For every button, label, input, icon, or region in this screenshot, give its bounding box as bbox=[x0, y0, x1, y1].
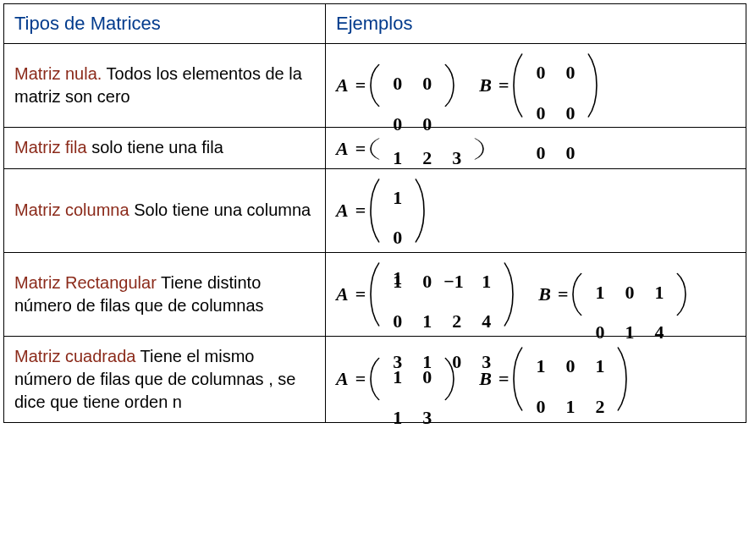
matrix-cell: 1 bbox=[383, 138, 412, 178]
matrix-cell: 0 bbox=[412, 261, 442, 302]
table-row: Matriz cuadrada Tiene el mismo número de… bbox=[4, 336, 746, 422]
matrix-label: A bbox=[336, 368, 349, 390]
matrix-cell: 1 bbox=[383, 398, 412, 426]
type-description-cell: Matriz fila solo tiene una fila bbox=[4, 128, 326, 169]
table-row: Matriz columna Solo tiene una columnaA=1… bbox=[4, 168, 746, 252]
matrix-label: A bbox=[336, 138, 349, 160]
left-paren-icon bbox=[571, 272, 583, 316]
matrix-type-term: Matriz Rectangular bbox=[14, 273, 157, 292]
matrix-cell: 0 bbox=[526, 387, 555, 426]
matrix-cell: 1 bbox=[383, 261, 412, 302]
left-paren-icon bbox=[369, 178, 381, 244]
matrix-cell: 1 bbox=[555, 387, 585, 426]
matrix-cell: 2 bbox=[412, 138, 442, 178]
right-paren-icon bbox=[443, 63, 455, 107]
matrix-cell: 3 bbox=[442, 138, 471, 178]
matrix-cell: 1 bbox=[383, 178, 412, 218]
right-paren-icon bbox=[473, 138, 485, 160]
equals-sign: = bbox=[355, 74, 366, 96]
paren-group: 000000 bbox=[512, 52, 598, 118]
matrix-equation: A=1013 bbox=[336, 357, 455, 401]
matrix-type-term: Matriz cuadrada bbox=[14, 347, 135, 365]
matrix-label: A bbox=[336, 74, 349, 96]
matrix-cell: 0 bbox=[526, 52, 555, 93]
matrix-cell: 2 bbox=[442, 301, 471, 342]
matrix-cell: 4 bbox=[471, 301, 501, 342]
matrix-cell: 0 bbox=[383, 301, 412, 342]
equals-sign: = bbox=[558, 283, 569, 305]
matrix-equation: B=101014 bbox=[538, 272, 687, 316]
matrix-label: B bbox=[538, 283, 551, 305]
matrix-grid: 101012103 bbox=[526, 346, 614, 426]
type-description-cell: Matriz Rectangular Tiene distinto número… bbox=[4, 252, 326, 336]
equals-sign: = bbox=[355, 200, 366, 222]
matrix-cell: 3 bbox=[412, 398, 442, 426]
matrix-equation: A=10−1101243103 bbox=[336, 261, 515, 327]
left-paren-icon bbox=[369, 357, 381, 401]
matrix-label: A bbox=[336, 200, 349, 222]
equals-sign: = bbox=[355, 368, 366, 390]
left-paren-icon bbox=[512, 346, 524, 412]
header-ejemplos: Ejemplos bbox=[326, 4, 746, 44]
left-paren-icon bbox=[369, 63, 381, 107]
example-cell: A=1013B=101012103 bbox=[326, 336, 746, 422]
matrix-cell: 1 bbox=[526, 346, 555, 387]
matrix-type-term: Matriz columna bbox=[14, 200, 129, 219]
matrix-cell: 0 bbox=[555, 93, 585, 134]
matrix-type-term: Matriz fila bbox=[14, 138, 87, 156]
matrix-cell: 0 bbox=[412, 357, 442, 398]
example-cell: A=10−1101243103B=101014 bbox=[326, 252, 746, 336]
equals-sign: = bbox=[355, 138, 366, 160]
right-paren-icon bbox=[414, 178, 426, 244]
matrix-label: B bbox=[479, 74, 492, 96]
matrix-type-term: Matriz nula. bbox=[14, 64, 102, 83]
paren-group: 123 bbox=[369, 138, 485, 160]
matrix-equation: B=000000 bbox=[479, 52, 598, 118]
table-row: Matriz fila solo tiene una filaA=123 bbox=[4, 128, 746, 169]
matrix-grid: 123 bbox=[383, 138, 471, 178]
paren-group: 101014 bbox=[571, 272, 687, 316]
type-description-cell: Matriz cuadrada Tiene el mismo número de… bbox=[4, 336, 326, 422]
example-cell: A=101 bbox=[326, 168, 746, 252]
matrix-cell: 0 bbox=[555, 52, 585, 93]
matrix-grid: 0000 bbox=[383, 63, 442, 144]
right-paren-icon bbox=[503, 261, 515, 327]
matrix-type-desc: solo tiene una fila bbox=[87, 138, 223, 156]
example-cell: A=0000B=000000 bbox=[326, 44, 746, 128]
matrix-cell: 1 bbox=[644, 272, 674, 313]
right-paren-icon bbox=[443, 357, 455, 401]
matrix-cell: 1 bbox=[585, 346, 614, 387]
type-description-cell: Matriz columna Solo tiene una columna bbox=[4, 168, 326, 252]
table-row: Matriz nula. Todos los elementos de la m… bbox=[4, 44, 746, 128]
paren-group: 101012103 bbox=[512, 346, 628, 412]
matrix-label: A bbox=[336, 283, 349, 305]
table-row: Matriz Rectangular Tiene distinto número… bbox=[4, 252, 746, 336]
matrix-cell: 1 bbox=[383, 357, 412, 398]
matrix-cell: 0 bbox=[555, 133, 585, 173]
equals-sign: = bbox=[498, 368, 509, 390]
paren-group: 10−1101243103 bbox=[369, 261, 515, 327]
matrix-grid: 101014 bbox=[585, 272, 674, 353]
matrix-cell: 0 bbox=[412, 63, 442, 104]
type-description-cell: Matriz nula. Todos los elementos de la m… bbox=[4, 44, 326, 128]
equals-sign: = bbox=[498, 74, 509, 96]
matrix-grid: 000000 bbox=[526, 52, 585, 173]
matrix-cell: 1 bbox=[412, 301, 442, 342]
right-paren-icon bbox=[675, 272, 687, 316]
matrix-equation: A=0000 bbox=[336, 63, 455, 107]
matrix-grid: 1013 bbox=[383, 357, 442, 426]
matrix-cell: 2 bbox=[585, 387, 614, 426]
matrix-cell: −1 bbox=[442, 261, 471, 302]
matrix-cell: 1 bbox=[585, 272, 614, 313]
matrix-type-desc: Solo tiene una columna bbox=[129, 200, 311, 219]
matrix-cell: 0 bbox=[383, 63, 412, 104]
left-paren-icon bbox=[512, 52, 524, 118]
equals-sign: = bbox=[355, 283, 366, 305]
matrix-equation: A=101 bbox=[336, 178, 426, 244]
matrix-cell: 0 bbox=[383, 217, 412, 258]
matrix-cell: 0 bbox=[555, 346, 585, 387]
matrix-cell: 0 bbox=[614, 272, 644, 313]
table-header-row: Tipos de Matrices Ejemplos bbox=[4, 4, 746, 44]
matrix-cell: 0 bbox=[526, 133, 555, 173]
matrix-label: B bbox=[479, 368, 492, 390]
